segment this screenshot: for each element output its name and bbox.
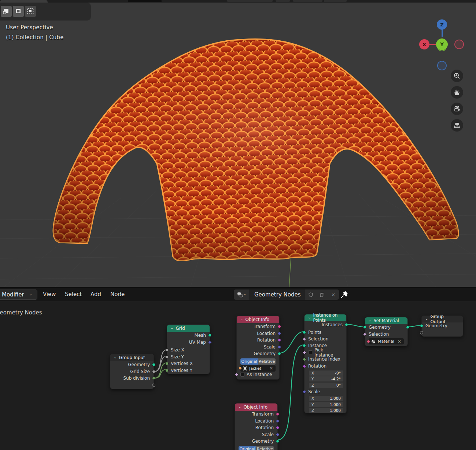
- node-title: Object Info: [245, 317, 269, 322]
- select-extend-icon[interactable]: [13, 6, 24, 17]
- topbar-widget[interactable]: [128, 0, 162, 2]
- scale-z-field[interactable]: Z1.000: [309, 408, 343, 413]
- as-instance-checkbox[interactable]: [240, 373, 244, 377]
- socket-geometry-input[interactable]: [363, 326, 366, 329]
- socket-points-input[interactable]: [303, 331, 306, 334]
- rotation-y-field[interactable]: Y-4.2°: [309, 376, 343, 381]
- puffer-jacket-object[interactable]: [53, 39, 458, 261]
- gizmo-y-ball[interactable]: Y: [436, 38, 448, 50]
- menu-view[interactable]: View: [43, 291, 56, 298]
- shield-icon[interactable]: [305, 289, 316, 300]
- socket-geometry-output[interactable]: [152, 363, 155, 366]
- gizmo-x-negative-ball[interactable]: [454, 40, 464, 49]
- topbar-widget[interactable]: [276, 0, 290, 2]
- pan-hand-icon[interactable]: [451, 86, 463, 99]
- object-field[interactable]: Jacket ×: [240, 365, 276, 372]
- gizmo-x-ball[interactable]: X: [419, 39, 429, 49]
- socket-label: Geometry: [369, 325, 391, 330]
- tree-name-field[interactable]: Geometry Nodes: [249, 289, 305, 300]
- socket-subdivision-output[interactable]: [152, 377, 155, 380]
- socket-vertices-y-input[interactable]: [165, 369, 169, 372]
- socket-geometry-output[interactable]: [278, 352, 281, 355]
- socket-scale-output[interactable]: [276, 433, 279, 436]
- socket-geometry-output[interactable]: [276, 440, 279, 443]
- node-header[interactable]: ⌄ Instance on Points: [305, 314, 346, 321]
- socket-material-input[interactable]: [367, 340, 370, 343]
- original-button[interactable]: Original: [240, 358, 258, 365]
- node-header[interactable]: ⌄ Group Output: [422, 316, 463, 322]
- menu-node[interactable]: Node: [110, 291, 125, 298]
- socket-location-output[interactable]: [278, 332, 281, 335]
- scale-y-field[interactable]: Y1.000: [309, 402, 343, 407]
- socket-rotation-output[interactable]: [276, 426, 279, 429]
- topbar-widget[interactable]: [324, 0, 347, 2]
- socket-grid-size-output[interactable]: [152, 370, 155, 373]
- node-header[interactable]: ⌄ Grid: [167, 325, 210, 332]
- node-header[interactable]: ⌄ Object Info: [235, 403, 277, 411]
- close-icon[interactable]: ×: [269, 366, 273, 371]
- navigation-gizmo[interactable]: Z X Y: [414, 17, 473, 72]
- close-icon[interactable]: ×: [398, 339, 401, 344]
- perspective-grid-icon[interactable]: [451, 119, 463, 132]
- node-group-output[interactable]: ⌄ Group Output Geometry: [421, 316, 463, 337]
- original-button[interactable]: Original: [239, 446, 256, 450]
- socket-instances-output[interactable]: [345, 323, 348, 326]
- select-marquee-icon[interactable]: [25, 6, 36, 17]
- socket-rotation-output[interactable]: [278, 339, 281, 342]
- collapse-chevron-icon[interactable]: ⌄: [114, 355, 117, 359]
- socket-instance-input[interactable]: [303, 344, 306, 347]
- gizmo-z-negative-ball[interactable]: [437, 61, 447, 70]
- collapse-chevron-icon[interactable]: ⌄: [238, 405, 241, 409]
- socket-size-x-input[interactable]: [165, 348, 169, 352]
- pick-instance-checkbox[interactable]: [308, 350, 312, 354]
- topbar-widget[interactable]: [293, 0, 322, 2]
- material-field[interactable]: Material ×: [369, 338, 404, 344]
- menu-add[interactable]: Add: [91, 291, 101, 298]
- scale-x-field[interactable]: X1.000: [309, 396, 343, 401]
- workspace-tab[interactable]: [0, 0, 48, 3]
- editor-mode-dropdown[interactable]: Modifier ⌄: [0, 289, 37, 300]
- node-header[interactable]: ⌄ Set Material: [365, 317, 407, 324]
- copy-icon[interactable]: [316, 289, 328, 300]
- camera-view-icon[interactable]: [451, 103, 463, 115]
- collapse-chevron-icon[interactable]: ⌄: [240, 317, 243, 321]
- socket-transform-output[interactable]: [278, 325, 281, 328]
- socket-location-output[interactable]: [276, 419, 279, 423]
- pin-icon[interactable]: [340, 290, 349, 300]
- relative-button[interactable]: Relative: [258, 358, 276, 365]
- socket-transform-output[interactable]: [276, 413, 279, 416]
- select-box-icon[interactable]: [1, 6, 12, 17]
- node-object-info-jacket[interactable]: ⌄ Object Info Transform Location Rotatio…: [236, 316, 280, 380]
- node-header[interactable]: ⌄ Group Input: [110, 354, 154, 361]
- socket-object-input[interactable]: [239, 367, 242, 370]
- collapse-chevron-icon[interactable]: ⌄: [308, 316, 311, 319]
- collapse-chevron-icon[interactable]: ⌄: [170, 326, 173, 330]
- node-header[interactable]: ⌄ Object Info: [237, 316, 279, 323]
- relative-button[interactable]: Relative: [256, 446, 274, 450]
- virtual-socket[interactable]: [152, 383, 155, 387]
- collapse-chevron-icon[interactable]: ⌄: [368, 318, 371, 322]
- socket-geometry-output[interactable]: [406, 326, 409, 329]
- virtual-socket[interactable]: [420, 331, 423, 334]
- node-set-material[interactable]: ⌄ Set Material Geometry Selection Materi…: [365, 317, 408, 346]
- node-group-input[interactable]: ⌄ Group Input Geometry Grid Size Sub div…: [110, 354, 154, 389]
- geometry-node-editor[interactable]: Geometry Nodes ⌄ Group Input Geometry Gr…: [0, 301, 476, 450]
- gizmo-z-ball[interactable]: Z: [437, 19, 447, 30]
- rotation-z-field[interactable]: Z0°: [309, 383, 343, 388]
- socket-scale-output[interactable]: [278, 345, 281, 348]
- zoom-icon[interactable]: [451, 70, 463, 82]
- menu-select[interactable]: Select: [65, 291, 82, 298]
- topbar-widget[interactable]: [227, 0, 273, 2]
- node-instance-on-points[interactable]: ⌄ Instance on Points Instances Points Se…: [304, 314, 347, 413]
- node-tree-icon[interactable]: ⌄: [234, 289, 249, 300]
- socket-geometry-input[interactable]: [420, 324, 423, 328]
- socket-mesh-output[interactable]: [208, 334, 211, 337]
- rotation-x-field[interactable]: X-9°: [309, 370, 343, 376]
- collapse-chevron-icon[interactable]: ⌄: [425, 317, 428, 321]
- node-object-info-2[interactable]: ⌄ Object Info Transform Location Rotatio…: [235, 403, 278, 450]
- socket-size-y-input[interactable]: [165, 355, 169, 358]
- close-icon[interactable]: ×: [328, 289, 339, 300]
- 3d-viewport[interactable]: User Perspective (1) Collection | Cube Z…: [0, 3, 476, 287]
- socket-vertices-x-input[interactable]: [165, 362, 169, 365]
- node-grid[interactable]: ⌄ Grid Mesh UV Map Size X Size Y Vertice…: [167, 324, 210, 374]
